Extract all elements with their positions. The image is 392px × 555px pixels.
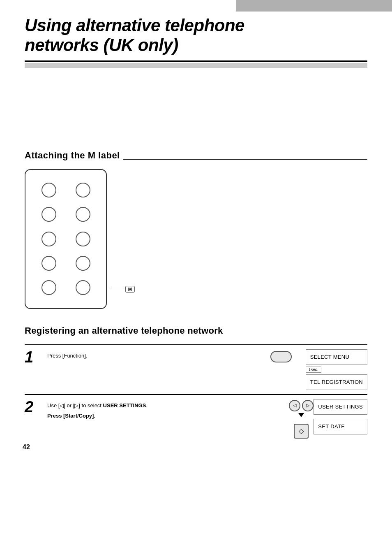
step-2-instruction: Use [◁] or [▷] to select USER SETTINGS. … <box>47 402 289 420</box>
step-1-icon <box>256 349 306 362</box>
step-2-content: Use [◁] or [▷] to select USER SETTINGS. … <box>47 399 289 420</box>
lcd-box-set-date: SET DATE <box>314 419 367 434</box>
phone-diagram: M <box>25 169 367 309</box>
step-1-content: Press [Function]. <box>47 349 256 360</box>
step-1: 1 Press [Function]. SELECT MENU 1sec. <box>25 344 367 394</box>
lcd-box-tel-registration: TEL REGISTRATION <box>306 374 367 390</box>
phone-btn <box>42 207 56 222</box>
nav-left-right-row: ◁ ▷ <box>289 400 314 411</box>
nav-right-btn: ▷ <box>302 400 314 411</box>
phone-btn <box>42 183 56 197</box>
attaching-heading: Attaching the M label <box>25 150 367 161</box>
step-2-icons: ◁ ▷ ◇ <box>289 399 314 439</box>
arrow-box-1sec: 1sec. <box>306 367 321 373</box>
step-1-instruction: Press [Function]. <box>47 352 256 360</box>
step-2-lcd: USER SETTINGS SET DATE <box>314 399 367 434</box>
phone-btn <box>76 256 90 271</box>
button-row-1 <box>32 183 100 197</box>
phone-btn <box>76 232 90 246</box>
button-row-2 <box>32 207 100 222</box>
step-1-number: 1 <box>25 349 47 365</box>
phone-btn <box>76 207 90 222</box>
nav-right-icon: ▷ <box>306 403 309 408</box>
step-2-instruction-2: Press [Start/Copy]. <box>47 412 289 420</box>
arrow-row: 1sec. <box>306 365 367 374</box>
step-1-lcd: SELECT MENU 1sec. TEL REGISTRATION <box>306 349 367 390</box>
nav-left-btn: ◁ <box>289 400 300 411</box>
title-rule <box>25 60 367 62</box>
nav-buttons: ◁ ▷ <box>289 400 314 417</box>
button-row-3 <box>32 232 100 246</box>
button-row-4 <box>32 256 100 271</box>
start-copy-button: ◇ <box>294 424 309 439</box>
phone-btn <box>76 183 90 197</box>
phone-btn <box>42 280 56 295</box>
registering-heading: Registering an alternative telephone net… <box>25 325 367 336</box>
page-number: 42 <box>23 444 30 451</box>
m-label-line <box>111 289 123 289</box>
lcd-box-user-settings: USER SETTINGS <box>314 399 367 415</box>
phone-btn <box>42 256 56 271</box>
m-label-box: M <box>125 286 135 293</box>
button-row-5 <box>32 280 100 295</box>
title-gray-fill <box>25 63 367 68</box>
diamond-icon: ◇ <box>299 427 304 435</box>
step-2: 2 Use [◁] or [▷] to select USER SETTINGS… <box>25 394 367 443</box>
page-title: Using alternative telephone networks (UK… <box>25 16 367 56</box>
phone-btn <box>76 280 90 295</box>
step-2-number: 2 <box>25 399 47 415</box>
nav-down-icon <box>298 413 304 417</box>
nav-left-icon: ◁ <box>293 403 296 408</box>
lcd-box-select-menu: SELECT MENU <box>306 349 367 365</box>
m-label-indicator: M <box>111 286 135 293</box>
phone-body: M <box>25 169 107 309</box>
steps-area: 1 Press [Function]. SELECT MENU 1sec. <box>25 344 367 443</box>
phone-btn <box>42 232 56 246</box>
function-button-icon <box>270 351 292 362</box>
